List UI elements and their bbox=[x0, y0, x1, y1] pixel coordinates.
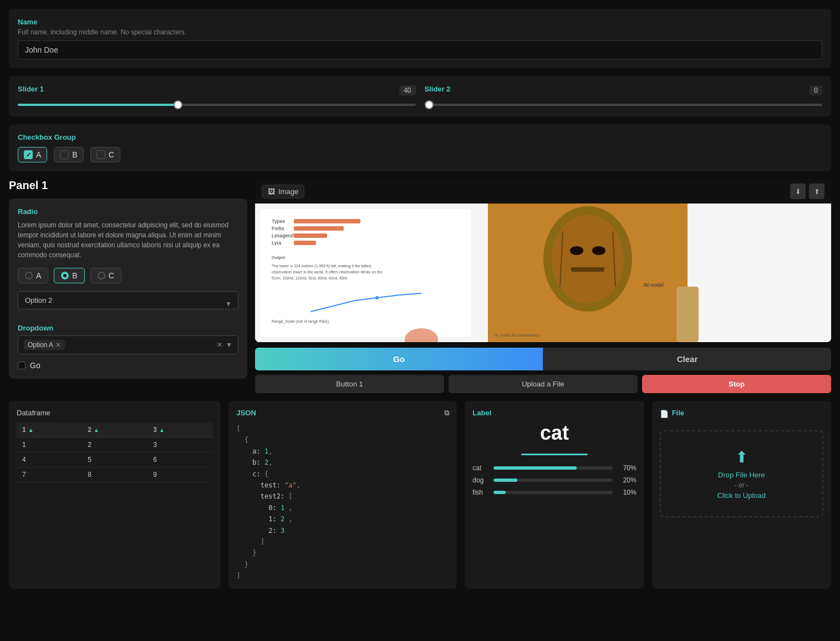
dataframe-table: 1 ▲ 2 ▲ 3 ▲ 1 bbox=[17, 423, 213, 482]
svg-rect-7 bbox=[294, 226, 344, 231]
col-header-3[interactable]: 3 ▲ bbox=[147, 423, 213, 437]
radio-label-B: B bbox=[72, 271, 77, 280]
dataframe-header-row: 1 ▲ 2 ▲ 3 ▲ bbox=[17, 423, 213, 437]
upload-file-button[interactable]: Upload a File bbox=[449, 375, 638, 393]
panel-right: 🖼 Image ⬇ ⬆ Types Forks Lex bbox=[255, 179, 831, 393]
checkbox-label-B: B bbox=[72, 150, 77, 159]
sub-buttons-row: Button 1 Upload a File Stop bbox=[255, 375, 831, 393]
svg-point-18 bbox=[552, 215, 624, 303]
label-fish-track bbox=[493, 491, 612, 494]
label-panel: Label cat cat 70% dog 20% fish bbox=[465, 401, 644, 589]
go-button[interactable]: Go bbox=[255, 348, 543, 370]
json-panel: JSON ⧉ [ { a: 1, b: 2, c: { test: "a", t… bbox=[228, 401, 457, 589]
label-dog-track bbox=[493, 479, 612, 482]
radio-btn-B[interactable]: B bbox=[54, 268, 84, 283]
tag-remove-icon[interactable]: ✕ bbox=[55, 341, 61, 349]
label-fish-pct: 10% bbox=[617, 489, 637, 496]
label-cat-pct: 70% bbox=[617, 464, 637, 472]
upload-icon: ⬆ bbox=[672, 448, 811, 466]
multiselect-clear-icon[interactable]: ✕ bbox=[217, 341, 222, 349]
checkbox-item-A[interactable]: ✓ A bbox=[18, 147, 47, 162]
slider2-value: 0 bbox=[810, 85, 822, 95]
checkbox-item-B[interactable]: B bbox=[54, 147, 83, 162]
label-dog-fill bbox=[493, 479, 517, 482]
go-clear-row: Go Clear bbox=[255, 348, 831, 370]
svg-text:Types: Types bbox=[272, 218, 286, 224]
two-col-layout: Panel 1 Radio Lorem ipsum dolor sit amet… bbox=[9, 179, 831, 393]
checkbox-group-card: Checkbox Group ✓ A B C bbox=[9, 124, 831, 171]
svg-text:TV_scale (for smoothness): TV_scale (for smoothness) bbox=[493, 333, 540, 338]
image-actions: ⬇ ⬆ bbox=[790, 184, 824, 199]
click-to-upload-text[interactable]: Click to Upload bbox=[672, 491, 811, 500]
cell-3-2: 8 bbox=[82, 467, 147, 482]
file-drop-zone[interactable]: ⬆ Drop File Here - or - Click to Upload bbox=[660, 430, 823, 517]
col-header-1-label: 1 bbox=[22, 426, 26, 434]
cell-2-1: 4 bbox=[17, 452, 82, 467]
svg-text:Forks: Forks bbox=[272, 226, 284, 231]
cell-1-3: 3 bbox=[147, 437, 213, 452]
radio-btn-C[interactable]: C bbox=[90, 268, 121, 283]
image-share-button[interactable]: ⬆ bbox=[809, 184, 824, 199]
svg-point-19 bbox=[570, 246, 583, 255]
svg-point-20 bbox=[592, 246, 605, 255]
image-panel: 🖼 Image ⬇ ⬆ Types Forks Lex bbox=[255, 179, 831, 342]
button1-button[interactable]: Button 1 bbox=[255, 375, 444, 393]
image-label-button[interactable]: 🖼 Image bbox=[262, 185, 304, 199]
slider1-value: 40 bbox=[399, 85, 415, 95]
slider2-input[interactable] bbox=[425, 104, 823, 106]
label-dog-name: dog bbox=[472, 476, 489, 484]
radio-btn-A[interactable]: A bbox=[18, 268, 48, 283]
simple-dropdown[interactable]: Option 1 Option 2 Option 3 bbox=[18, 291, 238, 309]
checkbox-label-C: C bbox=[109, 150, 114, 159]
svg-rect-27 bbox=[676, 287, 699, 342]
label-bars: cat 70% dog 20% fish 10% bbox=[472, 464, 636, 496]
checkbox-group-row: ✓ A B C bbox=[18, 147, 822, 162]
svg-text:Output: Output bbox=[272, 255, 286, 260]
name-label: Name bbox=[18, 18, 822, 26]
radio-desc: Lorem ipsum dolor sit amet, consectetur … bbox=[18, 220, 238, 260]
svg-text:Lyra: Lyra bbox=[272, 240, 281, 246]
label-bar-dog: dog 20% bbox=[472, 476, 636, 484]
label-underline bbox=[521, 454, 588, 455]
svg-rect-21 bbox=[571, 267, 604, 272]
radio-circle-B bbox=[61, 272, 69, 279]
checkbox-box-C bbox=[96, 150, 105, 159]
label-cat-fill bbox=[493, 466, 577, 470]
slider2-label: Slider 2 bbox=[425, 85, 451, 93]
or-text: - or - bbox=[672, 481, 811, 489]
label-fish-fill bbox=[493, 491, 505, 494]
slider1-input[interactable] bbox=[18, 104, 416, 106]
file-panel-icon: 📄 bbox=[660, 410, 669, 418]
dropdown-label: Dropdown bbox=[18, 324, 238, 332]
slider1-label: Slider 1 bbox=[18, 85, 44, 93]
json-content: [ { a: 1, b: 2, c: { test: "a", test2: [… bbox=[236, 423, 449, 581]
radio-label-C: C bbox=[109, 271, 114, 280]
clear-button[interactable]: Clear bbox=[543, 348, 831, 370]
cell-1-2: 2 bbox=[82, 437, 147, 452]
drop-file-text: Drop File Here bbox=[672, 471, 811, 479]
bottom-row: Dataframe 1 ▲ 2 ▲ 3 bbox=[9, 401, 831, 589]
json-title-row: JSON ⧉ bbox=[236, 409, 449, 418]
checkbox-label-A: A bbox=[36, 150, 41, 159]
dataframe-panel: Dataframe 1 ▲ 2 ▲ 3 bbox=[9, 401, 221, 589]
cell-3-3: 9 bbox=[147, 467, 213, 482]
dataframe-scroll[interactable]: 1 ▲ 2 ▲ 3 ▲ 1 bbox=[17, 423, 213, 482]
json-title-label: JSON bbox=[236, 409, 256, 418]
cell-2-3: 6 bbox=[147, 452, 213, 467]
image-download-button[interactable]: ⬇ bbox=[790, 184, 806, 199]
label-dog-pct: 20% bbox=[617, 476, 637, 484]
checkbox-item-C[interactable]: C bbox=[90, 147, 120, 162]
col-header-1[interactable]: 1 ▲ bbox=[17, 423, 82, 437]
name-sublabel: Full name, including middle name. No spe… bbox=[18, 28, 822, 36]
radio-title: Radio bbox=[18, 207, 238, 216]
col-header-2[interactable]: 2 ▲ bbox=[82, 423, 147, 437]
svg-text:3d model: 3d model bbox=[643, 282, 664, 288]
go-checkbox[interactable]: Go bbox=[18, 361, 238, 370]
name-input[interactable] bbox=[18, 40, 822, 59]
checkbox-box-B bbox=[60, 150, 69, 159]
json-copy-icon[interactable]: ⧉ bbox=[444, 409, 449, 418]
multiselect-box[interactable]: Option A ✕ ✕ ▼ bbox=[18, 335, 238, 354]
multiselect-dropdown-icon[interactable]: ▼ bbox=[226, 341, 232, 349]
stop-button[interactable]: Stop bbox=[642, 375, 831, 393]
label-cat-name: cat bbox=[472, 464, 489, 472]
